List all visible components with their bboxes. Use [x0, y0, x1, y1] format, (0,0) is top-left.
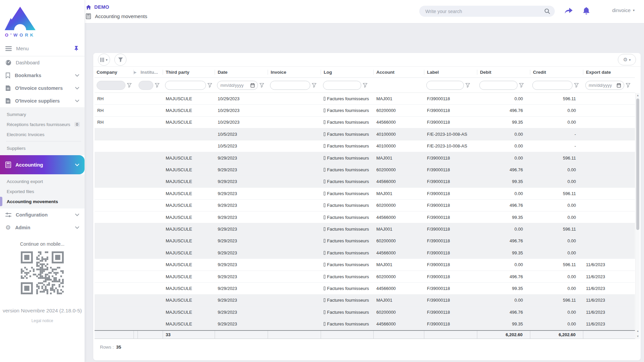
credit-filter-input[interactable]: [532, 81, 573, 90]
sidebar-item-exported-files[interactable]: Exported files: [0, 186, 85, 196]
sidebar-item-dashboard[interactable]: Dashboard: [0, 56, 85, 69]
funnel-icon[interactable]: [363, 83, 367, 87]
table-row[interactable]: MAJUSCULE9/29/2023Factures fournisseurs6…: [95, 306, 635, 318]
table-row[interactable]: MAJUSCULE9/29/2023Factures fournisseursM…: [95, 152, 635, 164]
vertical-scrollbar[interactable]: ▲ ▲ ▼: [635, 93, 640, 339]
funnel-icon[interactable]: [127, 83, 131, 87]
column-group-expander[interactable]: ▶: [134, 70, 138, 74]
breadcrumb-root[interactable]: DEMO: [94, 4, 109, 10]
footer-debit-total: 6,202.60: [477, 331, 530, 339]
funnel-icon[interactable]: [626, 83, 630, 87]
table-row[interactable]: MAJUSCULE9/29/2023Factures fournisseurs4…: [95, 283, 635, 294]
cell-account: MAJ001: [374, 298, 424, 303]
hamburger-icon[interactable]: [5, 46, 12, 51]
column-header-credit[interactable]: Credit: [530, 70, 583, 75]
sidebar-item-suppliers[interactable]: Suppliers: [0, 143, 85, 153]
invoice-filter-input[interactable]: [270, 81, 310, 90]
username: dinvoice: [612, 7, 631, 13]
funnel-icon[interactable]: [260, 83, 264, 87]
column-header-institution[interactable]: Institu...: [138, 70, 163, 75]
table-row[interactable]: MAJUSCULE9/29/2023Factures fournisseurs6…: [95, 164, 635, 176]
sidebar-item-configuration[interactable]: Configuration: [0, 208, 85, 221]
funnel-icon[interactable]: [155, 83, 159, 87]
table-row[interactable]: MAJUSCULE9/29/2023Factures fournisseursM…: [95, 223, 635, 235]
table-row[interactable]: RHMAJUSCULE10/29/2023Factures fournisseu…: [95, 105, 635, 116]
search-input[interactable]: [425, 9, 544, 14]
column-header-account[interactable]: Account: [374, 70, 424, 75]
sidebar-item-oinvoice-customers[interactable]: O'Invoice customers: [0, 82, 85, 95]
sidebar-item-admin[interactable]: ⚙ Admin: [0, 221, 85, 234]
table-row[interactable]: 10/5/2023Factures fournisseurs40100000F/…: [95, 128, 635, 140]
cell-credit: 596.11: [530, 298, 583, 303]
column-header-company[interactable]: Company: [95, 70, 134, 75]
cell-account: 60200000: [374, 274, 424, 279]
user-menu[interactable]: dinvoice ▾: [612, 7, 635, 13]
table-row[interactable]: MAJUSCULE9/29/2023Factures fournisseursM…: [95, 295, 635, 306]
home-icon[interactable]: [86, 5, 91, 10]
sidebar-item-electronic-invoices[interactable]: Electronic Invoices: [0, 129, 85, 139]
search-icon[interactable]: [544, 8, 550, 14]
table-row[interactable]: MAJUSCULE9/29/2023Factures fournisseurs4…: [95, 176, 635, 188]
sidebar-item-summary[interactable]: Summary: [0, 109, 85, 119]
scrollbar-thumb[interactable]: [636, 99, 639, 230]
cell-debit: 99.35: [477, 215, 530, 220]
column-header-export-date[interactable]: Export date: [583, 70, 635, 75]
cell-account: 60200000: [374, 167, 424, 172]
table-row[interactable]: MAJUSCULE9/29/2023Factures fournisseurs4…: [95, 247, 635, 259]
column-header-log[interactable]: Log: [321, 70, 374, 75]
pin-sidebar-icon[interactable]: [73, 46, 79, 51]
log-filter-input[interactable]: [323, 81, 361, 90]
table-row[interactable]: MAJUSCULE9/29/2023Factures fournisseurs6…: [95, 200, 635, 212]
share-button[interactable]: [563, 5, 574, 16]
version-text: version Novembre 2024 (2.18.0-5): [0, 308, 85, 314]
filter-button[interactable]: [114, 54, 126, 66]
cell-account: MAJ001: [374, 96, 424, 101]
column-header-third-party[interactable]: Third party: [163, 70, 215, 75]
table-row[interactable]: RHMAJUSCULE10/29/2023Factures fournisseu…: [95, 93, 635, 105]
table-row[interactable]: MAJUSCULE9/29/2023Factures fournisseurs4…: [95, 212, 635, 223]
company-filter-input[interactable]: [97, 81, 125, 90]
sidebar-item-accounting-movements[interactable]: Accounting movements: [0, 196, 85, 206]
sidebar-item-accounting-export[interactable]: Accounting export: [0, 176, 85, 186]
missing-glyph-box: [324, 180, 325, 183]
sidebar-item-bookmarks[interactable]: Bookmarks: [0, 69, 85, 82]
sidebar-item-oinvoice-suppliers[interactable]: O'Invoice suppliers: [0, 95, 85, 107]
funnel-icon[interactable]: [312, 83, 316, 87]
table-row[interactable]: RHMAJUSCULE10/29/2023Factures fournisseu…: [95, 117, 635, 128]
table-row[interactable]: MAJUSCULE9/29/2023Factures fournisseurs4…: [95, 318, 635, 330]
scroll-down-icon[interactable]: ▼: [636, 335, 640, 338]
legal-notice-link[interactable]: Legal notice: [0, 318, 85, 323]
column-header-date[interactable]: Date: [215, 70, 268, 75]
table-row[interactable]: MAJUSCULE9/29/2023Factures fournisseurs6…: [95, 235, 635, 247]
sidebar-item-receptions[interactable]: Réceptions factures fournisseurs 0: [0, 119, 85, 129]
table-row[interactable]: MAJUSCULE9/29/2023Factures fournisseursM…: [95, 188, 635, 199]
funnel-icon[interactable]: [519, 83, 524, 87]
table-row[interactable]: MAJUSCULE9/29/2023Factures fournisseurs6…: [95, 271, 635, 283]
scroll-up-icon[interactable]: ▲: [636, 94, 640, 97]
funnel-icon[interactable]: [208, 83, 212, 87]
funnel-icon[interactable]: [466, 83, 470, 87]
table-row[interactable]: 10/5/2023Factures fournisseurs40100000F/…: [95, 140, 635, 152]
sidebar-item-accounting[interactable]: Accounting: [0, 155, 85, 174]
label-filter-input[interactable]: [426, 81, 464, 90]
footer-third-party-count: 33: [163, 331, 215, 339]
table-settings-button[interactable]: ⚙ ▾: [618, 54, 636, 65]
institution-filter-input[interactable]: [139, 81, 153, 90]
cell-third-party: MAJUSCULE: [163, 156, 215, 161]
column-select-button[interactable]: ▾: [98, 54, 110, 66]
debit-filter-input[interactable]: [479, 81, 518, 90]
column-header-debit[interactable]: Debit: [477, 70, 530, 75]
scroll-up-icon[interactable]: ▲: [636, 329, 640, 333]
column-header-label[interactable]: Label: [424, 70, 477, 75]
table-row[interactable]: MAJUSCULE9/29/2023Factures fournisseursM…: [95, 259, 635, 270]
export-date-filter-input[interactable]: mm/dd/yyyy: [585, 81, 624, 90]
breadcrumb: DEMO Accounting movements: [86, 3, 147, 20]
funnel-icon[interactable]: [574, 83, 579, 87]
cell-date: 9/29/2023: [215, 179, 268, 184]
column-header-invoice[interactable]: Invoice: [268, 70, 321, 75]
app-logo[interactable]: O'WORK: [0, 0, 85, 39]
notifications-button[interactable]: [581, 5, 592, 16]
date-filter-input[interactable]: mm/dd/yyyy: [217, 81, 258, 90]
cell-date: 9/29/2023: [215, 238, 268, 243]
third-party-filter-input[interactable]: [165, 81, 206, 90]
